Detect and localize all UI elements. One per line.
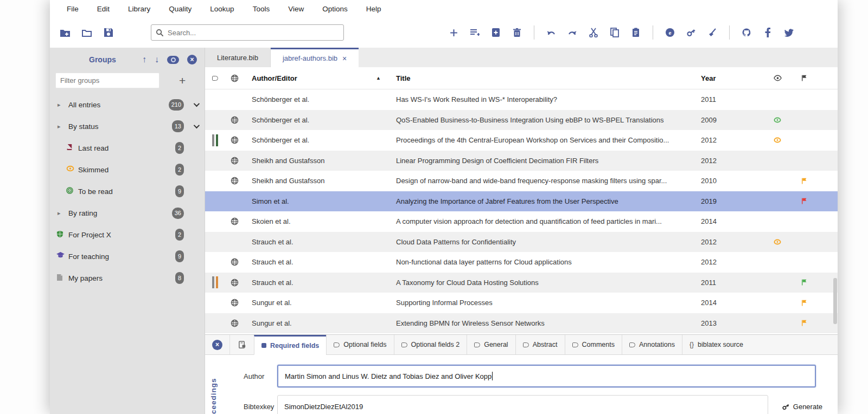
table-scrollbar-thumb[interactable] [833,278,837,324]
menu-file[interactable]: File [58,5,88,13]
table-row[interactable]: Strauch et al. Cloud Data Patterns for C… [205,232,838,253]
close-tab-icon[interactable]: × [342,54,347,63]
twitter-icon[interactable] [783,27,794,38]
special-fields-column-icon[interactable] [212,76,218,81]
menu-library[interactable]: Library [119,5,159,13]
url-icon[interactable] [225,136,244,144]
cut-icon[interactable] [588,27,599,38]
table-row[interactable]: Schönberger et al. QoS-Enabled Business-… [205,110,838,131]
github-icon[interactable] [741,27,752,38]
menu-help[interactable]: Help [357,5,391,13]
table-row[interactable]: Skoien et al. A computer vision approach… [205,211,838,232]
tab-optional-fields[interactable]: Optional fields [326,335,393,354]
braces-icon: {} [690,341,694,348]
tab-general[interactable]: General [467,335,515,354]
tab-required-fields[interactable]: Required fields [254,335,326,355]
table-row[interactable]: Schönberger et al. Proceedings of the 4t… [205,130,838,151]
generate-key-button[interactable]: Generate [782,403,822,411]
delete-entry-icon[interactable] [512,27,522,38]
expand-arrow-icon[interactable]: ▸ [58,210,61,217]
group-for-project-x[interactable]: For Project X 2 [50,224,205,245]
tab-comments[interactable]: Comments [565,335,622,354]
bibtexkey-field-input[interactable]: SimonDietzDiezEtAl2019 [277,395,768,414]
tab-jabref-authors-bib[interactable]: jabref-authors.bib × [271,48,359,67]
add-entry-icon[interactable] [490,27,501,38]
close-entry-editor-button[interactable]: × [205,335,230,354]
toolbar-divider [653,25,653,40]
tab-optional-fields-2[interactable]: Optional fields 2 [394,335,467,354]
save-library-icon[interactable] [103,27,114,38]
group-all-entries[interactable]: ▸ All entries 210 [50,94,205,115]
url-icon[interactable] [225,299,244,307]
new-entry-plain-text-icon[interactable] [469,27,480,38]
filter-groups-input[interactable] [55,73,159,88]
url-icon[interactable] [225,319,244,327]
url-icon[interactable] [225,279,244,287]
add-group-button[interactable]: + [179,74,186,87]
group-count-badge: 13 [172,120,184,132]
group-for-teaching[interactable]: For teaching 9 [50,245,205,267]
web-search-icon[interactable]: e [665,27,675,38]
search-input[interactable] [168,29,339,37]
tab-literature-bib[interactable]: Literature.bib [205,48,271,67]
generate-keys-icon[interactable] [686,27,697,38]
table-row[interactable]: Sheikh and Gustafsson Linear Programming… [205,151,838,171]
expand-arrow-icon[interactable]: ▸ [58,123,61,130]
menu-quality[interactable]: Quality [159,5,201,13]
facebook-icon[interactable] [762,27,773,38]
url-column-icon[interactable] [225,74,244,82]
chevron-down-icon[interactable] [194,101,200,107]
cleanup-icon[interactable] [707,27,718,38]
copy-icon[interactable] [609,27,620,38]
outline-square-icon [572,342,578,347]
search-box[interactable] [151,24,344,41]
table-row[interactable]: Schönberger et al. Has WS-I's Work Resul… [205,89,838,110]
group-by-status[interactable]: ▸ By status 13 [50,115,205,137]
eye-icon [66,165,75,174]
menu-options[interactable]: Options [313,5,357,13]
url-icon[interactable] [225,217,244,225]
author-field-input[interactable]: Martin Simon and Linus W. Dietz and Tobi… [277,365,816,387]
close-groups-panel-icon[interactable]: × [187,55,197,64]
paste-icon[interactable] [630,27,641,38]
table-row[interactable]: Sungur et al. Extending BPMN for Wireles… [205,313,838,334]
group-to-be-read[interactable]: To be read 9 [50,180,205,202]
union-intersection-toggle-icon[interactable] [167,56,179,64]
column-title[interactable]: Title [384,74,693,82]
chevron-down-icon[interactable] [194,122,200,128]
new-library-icon[interactable] [60,27,71,38]
menu-tools[interactable]: Tools [244,5,279,13]
table-row[interactable]: Strauch et al. Non-functional data layer… [205,252,838,273]
table-row-selected[interactable]: Simon et al. Analyzing the Importance of… [205,191,838,212]
column-author[interactable]: Author/Editor ▲ [244,74,384,82]
table-row[interactable]: Sungur et al. Supporting Informal Proces… [205,293,838,313]
redo-icon[interactable] [567,27,578,38]
move-group-down-icon[interactable]: ↓ [155,55,159,64]
column-year[interactable]: Year [693,74,764,82]
menu-lookup[interactable]: Lookup [201,5,243,13]
tab-biblatex-source[interactable]: {} biblatex source [682,335,750,354]
tab-annotations[interactable]: Annotations [622,335,682,354]
table-row[interactable]: Sheikh and Gustafsson Design of narrow-b… [205,171,838,191]
menu-edit[interactable]: Edit [88,5,119,13]
group-last-read[interactable]: Last read 2 [50,137,205,159]
table-row[interactable]: Strauch et al. A Taxonomy for Cloud Data… [205,273,838,293]
group-by-rating[interactable]: ▸ By rating 36 [50,202,205,224]
url-icon[interactable] [225,157,244,165]
menu-view[interactable]: View [279,5,313,13]
expand-arrow-icon[interactable]: ▸ [58,101,61,108]
undo-icon[interactable] [546,27,557,38]
tab-abstract[interactable]: Abstract [515,335,565,354]
search-icon [156,29,164,37]
open-library-icon[interactable] [81,27,92,38]
move-group-up-icon[interactable]: ↑ [142,55,146,64]
new-entry-icon[interactable] [448,27,459,38]
group-skimmed[interactable]: Skimmed 2 [50,159,205,180]
url-icon[interactable] [225,116,244,124]
group-my-papers[interactable]: My papers 8 [50,267,205,289]
column-readstatus-icon[interactable] [764,75,791,81]
column-priority-icon[interactable] [791,74,818,82]
url-icon[interactable] [225,177,244,185]
url-icon[interactable] [225,258,244,266]
table-header: Author/Editor ▲ Title Year [205,67,838,89]
